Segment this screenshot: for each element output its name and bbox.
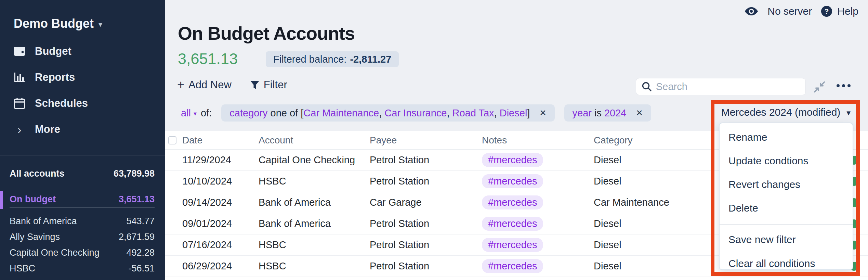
sidebar-item-all-accounts[interactable]: All accounts 63,789.98 <box>10 166 155 181</box>
menu-item-save-new-filter[interactable]: Save new filter <box>720 228 853 252</box>
column-header-date: Date <box>182 135 259 146</box>
server-status-label: No server <box>767 5 812 17</box>
chevron-down-icon: ▾ <box>194 109 197 117</box>
menu-item-clear-all-conditions[interactable]: Clear all conditions <box>720 252 853 270</box>
selected-indicator <box>0 191 3 209</box>
match-mode-value: all <box>181 107 191 119</box>
funnel-icon <box>250 80 260 90</box>
cell-account[interactable]: Capital One Checking <box>259 154 370 166</box>
sidebar-nav: Budget Reports Schedules › More <box>0 44 165 148</box>
cell-account[interactable]: HSBC <box>259 260 370 272</box>
note-tag[interactable]: #mercedes <box>482 174 543 188</box>
select-all-checkbox[interactable] <box>168 136 176 144</box>
remove-condition-icon[interactable]: ✕ <box>634 108 643 118</box>
menu-group: Save new filterClear all conditions <box>720 225 853 270</box>
note-tag[interactable]: #mercedes <box>482 195 543 209</box>
topbar: No server ? Help <box>744 5 858 17</box>
cell-date[interactable]: 11/29/2024 <box>182 154 259 166</box>
cell-payee[interactable]: Petrol Station <box>370 154 482 166</box>
help-button[interactable]: ? Help <box>821 5 858 17</box>
cell-account[interactable]: Bank of America <box>259 197 370 208</box>
account-label: Ally Savings <box>10 232 60 242</box>
sidebar-item-more[interactable]: › More <box>13 122 165 137</box>
note-tag[interactable]: #mercedes <box>482 238 543 252</box>
filter-button[interactable]: Filter <box>250 79 287 91</box>
cell-date[interactable]: 06/29/2024 <box>182 260 259 272</box>
filter-condition-pill[interactable]: year is 2024✕ <box>564 104 651 122</box>
menu-item-rename[interactable]: Rename <box>720 125 853 149</box>
cell-payee[interactable]: Car Garage <box>370 197 482 208</box>
remove-condition-icon[interactable]: ✕ <box>537 108 546 118</box>
chevron-down-icon: ▾ <box>98 18 102 29</box>
add-new-button[interactable]: + Add New <box>177 79 232 91</box>
privacy-toggle-button[interactable] <box>744 6 759 16</box>
condition-pill-list: category one of [Car Maintenance, Car In… <box>212 104 651 122</box>
menu-item-delete[interactable]: Delete <box>720 196 853 220</box>
wallet-icon <box>13 46 26 56</box>
toolbar: + Add New Filter <box>177 79 287 91</box>
cell-payee[interactable]: Petrol Station <box>370 218 482 229</box>
sidebar-item-schedules[interactable]: Schedules <box>13 96 165 111</box>
menu-item-update-condtions[interactable]: Update condtions <box>720 149 853 173</box>
budget-switcher[interactable]: Demo Budget ▾ <box>14 16 102 31</box>
cell-notes[interactable]: #mercedes <box>482 259 594 273</box>
cell-notes[interactable]: #mercedes <box>482 238 594 252</box>
sidebar-divider <box>0 155 165 155</box>
cell-account[interactable]: HSBC <box>259 176 370 187</box>
account-label: HSBC <box>10 263 35 274</box>
collapse-icon[interactable] <box>813 80 826 94</box>
sidebar-item-hsbc[interactable]: HSBC -56.51 <box>10 261 155 276</box>
sidebar-item-bank-of-america[interactable]: Bank of America 543.77 <box>10 214 155 229</box>
filtered-balance-badge: Filtered balance: -2,811.27 <box>266 51 399 67</box>
saved-filter-dropdown-button[interactable]: Mercedes 2024 (modified) ▼ <box>718 103 855 121</box>
filter-conditions-bar: all ▾ of: category one of [Car Maintenan… <box>181 104 651 122</box>
menu-item-revert-changes[interactable]: Revert changes <box>720 173 853 196</box>
filter-condition-pill[interactable]: category one of [Car Maintenance, Car In… <box>221 104 554 122</box>
cell-notes[interactable]: #mercedes <box>482 195 594 209</box>
cell-date[interactable]: 07/16/2024 <box>182 239 259 251</box>
cell-date[interactable]: 09/01/2024 <box>182 218 259 229</box>
calendar-icon <box>13 98 26 109</box>
budget-name: Demo Budget <box>14 16 94 31</box>
note-tag[interactable]: #mercedes <box>482 217 543 231</box>
sidebar-item-capital-one-checking[interactable]: Capital One Checking 492.28 <box>10 245 155 260</box>
cell-account[interactable]: HSBC <box>259 239 370 251</box>
cell-payee[interactable]: Petrol Station <box>370 239 482 251</box>
selected-underline <box>10 207 155 207</box>
column-header-account: Account <box>259 135 370 146</box>
cell-payee[interactable]: Petrol Station <box>370 176 482 187</box>
account-label: Capital One Checking <box>10 247 100 258</box>
sidebar-item-on-budget[interactable]: On budget 3,651.13 <box>10 192 155 207</box>
note-tag[interactable]: #mercedes <box>482 153 543 167</box>
cell-date[interactable]: 09/14/2024 <box>182 197 259 208</box>
match-mode-dropdown[interactable]: all ▾ <box>181 107 197 119</box>
app-window: Demo Budget ▾ Budget Reports Schedule <box>0 0 868 280</box>
filtered-balance-value: -2,811.27 <box>350 54 391 65</box>
search-input[interactable] <box>656 81 800 92</box>
sidebar-item-ally-savings[interactable]: Ally Savings 2,671.59 <box>10 229 155 244</box>
column-header-payee: Payee <box>370 135 482 146</box>
filter-label: Filter <box>264 79 287 91</box>
account-balance: 2,671.59 <box>119 232 155 242</box>
condition-text: category one of [Car Maintenance, Car In… <box>229 107 530 119</box>
cell-payee[interactable]: Petrol Station <box>370 260 482 272</box>
cell-date[interactable]: 10/10/2024 <box>182 176 259 187</box>
account-label: On budget <box>10 194 56 205</box>
cell-account[interactable]: Bank of America <box>259 218 370 229</box>
account-label: Bank of America <box>10 216 77 227</box>
account-balance: -56.51 <box>128 263 155 274</box>
account-balance: 63,789.98 <box>114 168 155 179</box>
cell-notes[interactable]: #mercedes <box>482 153 594 167</box>
server-status-button[interactable]: No server <box>767 5 812 17</box>
sidebar-item-budget[interactable]: Budget <box>13 44 165 59</box>
cell-notes[interactable]: #mercedes <box>482 217 594 231</box>
eye-icon <box>744 6 759 16</box>
cell-notes[interactable]: #mercedes <box>482 174 594 188</box>
sidebar-item-label: Budget <box>35 45 71 58</box>
sidebar-item-reports[interactable]: Reports <box>13 70 165 85</box>
account-balance: 543.77 <box>126 216 155 227</box>
filtered-balance-label: Filtered balance: <box>273 54 346 65</box>
more-options-icon[interactable] <box>837 84 851 87</box>
note-tag[interactable]: #mercedes <box>482 259 543 273</box>
add-new-label: Add New <box>188 79 232 91</box>
